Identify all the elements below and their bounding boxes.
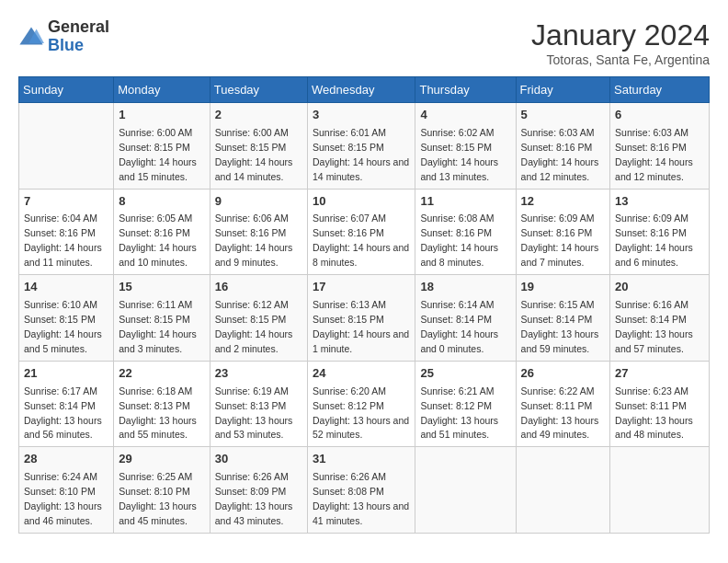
day-number: 14: [24, 279, 108, 296]
day-header-sunday: Sunday: [19, 77, 114, 103]
calendar-header-row: SundayMondayTuesdayWednesdayThursdayFrid…: [19, 77, 710, 103]
day-header-friday: Friday: [516, 77, 610, 103]
calendar-cell: 25 Sunrise: 6:21 AMSunset: 8:12 PMDaylig…: [415, 361, 516, 447]
day-number: 29: [119, 451, 204, 468]
calendar-cell: 11 Sunrise: 6:08 AMSunset: 8:16 PMDaylig…: [415, 189, 516, 275]
calendar-cell: 6 Sunrise: 6:03 AMSunset: 8:16 PMDayligh…: [610, 103, 710, 190]
calendar-cell: 2 Sunrise: 6:00 AMSunset: 8:15 PMDayligh…: [210, 103, 307, 190]
day-info: Sunrise: 6:13 AMSunset: 8:15 PMDaylight:…: [313, 299, 409, 354]
day-number: 23: [215, 365, 302, 383]
calendar-cell: 16 Sunrise: 6:12 AMSunset: 8:15 PMDaylig…: [210, 275, 307, 362]
day-info: Sunrise: 6:03 AMSunset: 8:16 PMDaylight:…: [615, 127, 693, 182]
calendar-cell: 28 Sunrise: 6:24 AMSunset: 8:10 PMDaylig…: [19, 447, 114, 534]
calendar-cell: 30 Sunrise: 6:26 AMSunset: 8:09 PMDaylig…: [210, 447, 307, 534]
day-info: Sunrise: 6:10 AMSunset: 8:15 PMDaylight:…: [24, 299, 102, 354]
day-info: Sunrise: 6:18 AMSunset: 8:13 PMDaylight:…: [119, 385, 197, 441]
calendar-week-row: 21 Sunrise: 6:17 AMSunset: 8:14 PMDaylig…: [19, 361, 710, 447]
month-title: January 2024: [531, 18, 710, 52]
calendar-cell: 24 Sunrise: 6:20 AMSunset: 8:12 PMDaylig…: [308, 361, 415, 447]
day-info: Sunrise: 6:08 AMSunset: 8:16 PMDaylight:…: [420, 213, 498, 268]
calendar-cell: 20 Sunrise: 6:16 AMSunset: 8:14 PMDaylig…: [610, 275, 710, 362]
calendar-cell: 29 Sunrise: 6:25 AMSunset: 8:10 PMDaylig…: [114, 447, 210, 534]
calendar-week-row: 14 Sunrise: 6:10 AMSunset: 8:15 PMDaylig…: [19, 275, 710, 362]
day-info: Sunrise: 6:26 AMSunset: 8:08 PMDaylight:…: [313, 471, 409, 526]
calendar-cell: 3 Sunrise: 6:01 AMSunset: 8:15 PMDayligh…: [308, 103, 415, 190]
day-info: Sunrise: 6:14 AMSunset: 8:14 PMDaylight:…: [420, 299, 498, 354]
calendar-cell: 8 Sunrise: 6:05 AMSunset: 8:16 PMDayligh…: [114, 189, 210, 275]
day-info: Sunrise: 6:09 AMSunset: 8:16 PMDaylight:…: [615, 213, 693, 268]
day-info: Sunrise: 6:15 AMSunset: 8:14 PMDaylight:…: [521, 299, 599, 354]
day-number: 30: [215, 451, 302, 468]
calendar-cell: 5 Sunrise: 6:03 AMSunset: 8:16 PMDayligh…: [516, 103, 610, 190]
day-info: Sunrise: 6:11 AMSunset: 8:15 PMDaylight:…: [119, 299, 197, 354]
day-number: 21: [24, 365, 108, 383]
logo-blue-text: Blue: [48, 36, 84, 54]
day-number: 11: [420, 193, 510, 211]
day-info: Sunrise: 6:02 AMSunset: 8:15 PMDaylight:…: [420, 127, 498, 182]
day-header-monday: Monday: [114, 77, 210, 103]
logo-icon: [18, 24, 44, 50]
day-number: 22: [119, 365, 204, 383]
title-block: January 2024 Totoras, Santa Fe, Argentin…: [531, 18, 710, 67]
day-info: Sunrise: 6:12 AMSunset: 8:15 PMDaylight:…: [215, 299, 293, 354]
calendar-cell: 13 Sunrise: 6:09 AMSunset: 8:16 PMDaylig…: [610, 189, 710, 275]
calendar-cell: 31 Sunrise: 6:26 AMSunset: 8:08 PMDaylig…: [308, 447, 415, 534]
day-info: Sunrise: 6:06 AMSunset: 8:16 PMDaylight:…: [215, 213, 293, 268]
day-number: 12: [521, 193, 606, 211]
day-info: Sunrise: 6:09 AMSunset: 8:16 PMDaylight:…: [521, 213, 599, 268]
day-info: Sunrise: 6:05 AMSunset: 8:16 PMDaylight:…: [119, 213, 197, 268]
calendar-cell: 14 Sunrise: 6:10 AMSunset: 8:15 PMDaylig…: [19, 275, 114, 362]
day-header-thursday: Thursday: [415, 77, 516, 103]
day-number: 3: [313, 107, 410, 124]
calendar-week-row: 1 Sunrise: 6:00 AMSunset: 8:15 PMDayligh…: [19, 103, 710, 190]
day-info: Sunrise: 6:19 AMSunset: 8:13 PMDaylight:…: [215, 385, 293, 441]
logo-general-text: General: [48, 17, 109, 36]
day-number: 28: [24, 451, 108, 468]
day-info: Sunrise: 6:00 AMSunset: 8:15 PMDaylight:…: [215, 127, 293, 182]
calendar-cell: 23 Sunrise: 6:19 AMSunset: 8:13 PMDaylig…: [210, 361, 307, 447]
day-info: Sunrise: 6:21 AMSunset: 8:12 PMDaylight:…: [420, 385, 498, 441]
calendar-cell: 26 Sunrise: 6:22 AMSunset: 8:11 PMDaylig…: [516, 361, 610, 447]
day-number: 19: [521, 279, 606, 296]
calendar-cell: 9 Sunrise: 6:06 AMSunset: 8:16 PMDayligh…: [210, 189, 307, 275]
logo: General Blue: [18, 18, 109, 55]
calendar-cell: 17 Sunrise: 6:13 AMSunset: 8:15 PMDaylig…: [308, 275, 415, 362]
day-number: 1: [119, 107, 204, 124]
day-number: 15: [119, 279, 204, 296]
day-info: Sunrise: 6:07 AMSunset: 8:16 PMDaylight:…: [313, 213, 409, 268]
day-info: Sunrise: 6:26 AMSunset: 8:09 PMDaylight:…: [215, 471, 293, 526]
day-info: Sunrise: 6:03 AMSunset: 8:16 PMDaylight:…: [521, 127, 599, 182]
day-number: 13: [615, 193, 704, 211]
day-number: 20: [615, 279, 704, 296]
calendar-table: SundayMondayTuesdayWednesdayThursdayFrid…: [18, 76, 710, 534]
day-number: 25: [420, 365, 510, 383]
day-info: Sunrise: 6:20 AMSunset: 8:12 PMDaylight:…: [313, 385, 409, 441]
day-number: 17: [313, 279, 410, 296]
day-number: 27: [615, 365, 704, 383]
day-info: Sunrise: 6:04 AMSunset: 8:16 PMDaylight:…: [24, 213, 102, 268]
calendar-cell: 15 Sunrise: 6:11 AMSunset: 8:15 PMDaylig…: [114, 275, 210, 362]
calendar-cell: 19 Sunrise: 6:15 AMSunset: 8:14 PMDaylig…: [516, 275, 610, 362]
calendar-cell: [19, 103, 114, 190]
calendar-cell: 4 Sunrise: 6:02 AMSunset: 8:15 PMDayligh…: [415, 103, 516, 190]
calendar-cell: 18 Sunrise: 6:14 AMSunset: 8:14 PMDaylig…: [415, 275, 516, 362]
day-number: 2: [215, 107, 302, 124]
day-number: 4: [420, 107, 510, 124]
calendar-cell: 12 Sunrise: 6:09 AMSunset: 8:16 PMDaylig…: [516, 189, 610, 275]
calendar-cell: 1 Sunrise: 6:00 AMSunset: 8:15 PMDayligh…: [114, 103, 210, 190]
day-info: Sunrise: 6:01 AMSunset: 8:15 PMDaylight:…: [313, 127, 409, 182]
day-info: Sunrise: 6:16 AMSunset: 8:14 PMDaylight:…: [615, 299, 693, 354]
day-info: Sunrise: 6:00 AMSunset: 8:15 PMDaylight:…: [119, 127, 197, 182]
day-info: Sunrise: 6:23 AMSunset: 8:11 PMDaylight:…: [615, 385, 693, 441]
day-number: 10: [313, 193, 410, 211]
day-number: 18: [420, 279, 510, 296]
day-header-wednesday: Wednesday: [308, 77, 415, 103]
calendar-cell: 7 Sunrise: 6:04 AMSunset: 8:16 PMDayligh…: [19, 189, 114, 275]
day-number: 16: [215, 279, 302, 296]
day-number: 6: [615, 107, 704, 124]
location: Totoras, Santa Fe, Argentina: [531, 52, 710, 67]
day-number: 7: [24, 193, 108, 211]
calendar-cell: 22 Sunrise: 6:18 AMSunset: 8:13 PMDaylig…: [114, 361, 210, 447]
day-header-tuesday: Tuesday: [210, 77, 307, 103]
day-info: Sunrise: 6:24 AMSunset: 8:10 PMDaylight:…: [24, 471, 102, 526]
